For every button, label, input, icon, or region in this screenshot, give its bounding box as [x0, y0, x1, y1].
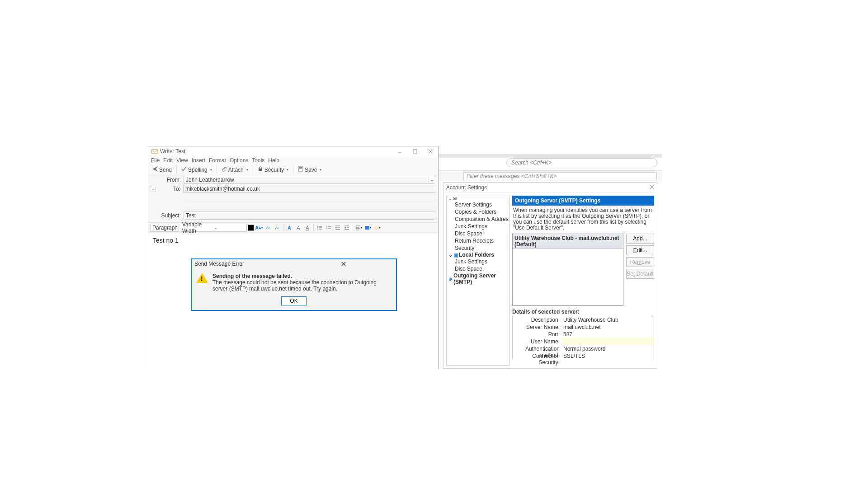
svg-rect-2 — [413, 150, 417, 153]
svg-rect-0 — [151, 150, 158, 154]
menu-file[interactable]: File — [151, 157, 160, 164]
maximize-button[interactable] — [407, 146, 423, 156]
tree-junk-settings[interactable]: Junk Settings — [447, 223, 509, 230]
decrease-font-icon[interactable]: A‹ — [264, 224, 272, 232]
filter-placeholder: Filter these messages <Ctrl+Shift+K> — [467, 173, 557, 179]
outdent-icon[interactable] — [334, 224, 342, 232]
tree-copies-folders[interactable]: Copies & Folders — [447, 208, 509, 216]
detail-port-label: Port: — [513, 331, 561, 338]
close-button[interactable] — [423, 146, 438, 156]
tree-disc-space-2[interactable]: Disc Space — [447, 265, 509, 272]
detail-user-label: User Name: — [513, 338, 561, 345]
bullet-list-icon[interactable] — [316, 224, 324, 232]
chevron-down-icon[interactable]: ▾ — [246, 168, 248, 172]
close-icon[interactable] — [650, 184, 654, 191]
detail-auth-label: Authentication method: — [513, 345, 561, 352]
paragraph-style-combo[interactable]: Paragraph⌄ — [150, 224, 179, 232]
menu-tools[interactable]: Tools — [252, 157, 264, 164]
save-button[interactable]: Save ▾ — [296, 165, 324, 174]
tree-return-receipts[interactable]: Return Receipts — [447, 237, 509, 244]
tree-composition[interactable]: Composition & Addressing — [447, 216, 509, 223]
tree-outgoing-smtp[interactable]: ⊕Outgoing Server (SMTP) — [447, 272, 509, 285]
lock-icon — [258, 166, 263, 173]
details-title: Details of selected server: — [512, 306, 654, 316]
add-button[interactable]: Add... — [626, 234, 654, 244]
bg-chrome-strip — [439, 154, 662, 158]
dialog-titlebar: Send Message Error — [192, 259, 396, 268]
security-button[interactable]: Security ▾ — [255, 165, 291, 174]
attach-button[interactable]: Attach ▾ — [219, 165, 250, 174]
chevron-down-icon[interactable]: ⌄ — [429, 176, 435, 183]
search-input[interactable] — [510, 159, 653, 166]
menu-options[interactable]: Options — [230, 157, 248, 164]
detail-conn-label: Connection Security: — [513, 352, 561, 360]
numbered-list-icon[interactable]: 12 — [325, 224, 333, 232]
warning-icon — [196, 273, 208, 285]
chevron-down-icon[interactable]: ▾ — [320, 168, 321, 172]
detail-conn-value: SSL/TLS — [561, 352, 654, 360]
detail-desc-value: Utility Warehouse Club — [561, 316, 654, 324]
error-line2: The message could not be sent because th… — [212, 279, 392, 292]
italic-icon[interactable]: A — [294, 224, 302, 232]
subject-field[interactable]: Test — [184, 211, 435, 220]
minimize-button[interactable] — [392, 146, 407, 156]
to-field[interactable]: mikeblacksmith@hotmail.co.uk — [183, 185, 435, 193]
tree-local-folders[interactable]: ⌄▣Local Folders — [447, 252, 509, 258]
svg-rect-26 — [365, 226, 369, 230]
menu-insert[interactable]: Insert — [192, 157, 205, 164]
tree-disc-space[interactable]: Disc Space — [447, 230, 509, 237]
tree-junk-settings-2[interactable]: Junk Settings — [447, 258, 509, 265]
bold-icon[interactable]: A — [285, 224, 293, 232]
svg-point-8 — [317, 227, 318, 228]
detail-user-value — [561, 338, 654, 345]
compose-icon — [151, 148, 158, 155]
from-field[interactable]: John Leatherbarrow ⌄ — [184, 176, 435, 184]
compose-title: Write: Test — [160, 148, 185, 155]
ok-button[interactable]: OK — [281, 296, 307, 305]
font-size-icon[interactable]: AA▾ — [255, 224, 263, 232]
tree-security[interactable]: Security — [447, 244, 509, 252]
underline-icon[interactable]: A — [303, 224, 311, 232]
set-default-button[interactable]: Set Default — [626, 269, 654, 279]
recipient-type-toggle[interactable]: ⌄ — [150, 186, 156, 192]
menubar[interactable]: File Edit View Insert Format Options Too… — [148, 156, 438, 164]
detail-desc-label: Description: — [513, 316, 561, 324]
smtp-server-list[interactable]: Utility Warehouse Club - mail.uwclub.net… — [512, 234, 623, 306]
menu-format[interactable]: Format — [209, 157, 226, 164]
increase-font-icon[interactable]: A› — [273, 224, 281, 232]
indent-icon[interactable] — [343, 224, 351, 232]
send-button[interactable]: Send — [150, 165, 174, 174]
svg-point-10 — [317, 229, 318, 230]
insert-image-icon[interactable]: ▾ — [364, 224, 372, 232]
edit-button[interactable]: Edit... — [626, 245, 654, 255]
align-icon[interactable]: ▾ — [355, 224, 363, 232]
account-settings-title: Account Settings — [446, 184, 650, 191]
color-swatch[interactable] — [248, 225, 254, 231]
send-error-dialog: Send Message Error Sending of the messag… — [191, 258, 397, 311]
filter-box[interactable]: Filter these messages <Ctrl+Shift+K> — [463, 172, 657, 180]
globe-icon: ⊕ — [448, 277, 452, 282]
envelope-icon: ✉︎ — [453, 196, 457, 201]
extra-recipient-lines[interactable] — [148, 193, 438, 210]
smtp-list-item[interactable]: Utility Warehouse Club - mail.uwclub.net… — [513, 234, 623, 249]
font-family-combo[interactable]: Variable Width⌄ — [180, 224, 247, 232]
tree-server-settings[interactable]: Server Settings — [447, 201, 509, 208]
accounts-tree[interactable]: ⌄✉︎ Server Settings Copies & Folders Com… — [446, 196, 509, 366]
account-settings-window: Account Settings ⌄✉︎ Server Settings Cop… — [443, 182, 657, 369]
detail-auth-value: Normal password — [561, 345, 654, 352]
svg-rect-3 — [259, 169, 262, 171]
svg-text:2: 2 — [326, 227, 327, 229]
menu-edit[interactable]: Edit — [163, 157, 173, 164]
tree-account-root[interactable]: ⌄✉︎ — [447, 196, 509, 201]
remove-button[interactable]: Remove — [626, 257, 654, 267]
menu-view[interactable]: View — [176, 157, 188, 164]
emoji-icon[interactable]: ☺▾ — [373, 224, 381, 232]
chevron-down-icon[interactable]: ▾ — [287, 168, 288, 172]
dialog-close-icon[interactable] — [294, 260, 393, 267]
error-line1: Sending of the message failed. — [212, 273, 392, 279]
chevron-down-icon[interactable]: ▾ — [210, 168, 212, 172]
search-box[interactable] — [506, 158, 657, 167]
spelling-button[interactable]: Spelling ▾ — [179, 165, 214, 174]
smtp-settings-desc: When managing your identities you can us… — [512, 206, 654, 234]
menu-help[interactable]: Help — [268, 157, 279, 164]
